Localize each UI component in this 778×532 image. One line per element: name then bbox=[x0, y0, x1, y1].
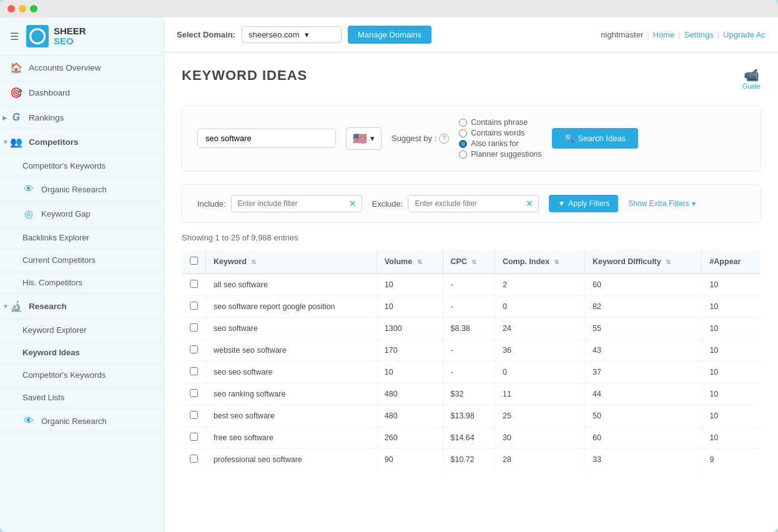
row-checkbox-cell[interactable] bbox=[182, 449, 206, 471]
row-checkbox-cell[interactable] bbox=[182, 383, 206, 405]
exclude-clear-icon[interactable]: ✕ bbox=[521, 196, 538, 211]
row-checkbox-cell[interactable] bbox=[182, 362, 206, 383]
guide-button[interactable]: 📹 Guide bbox=[742, 67, 761, 90]
appear-col-header[interactable]: #Appear bbox=[702, 250, 761, 274]
include-filter-group: Include: ✕ bbox=[197, 195, 362, 212]
radio-also-ranks-for[interactable]: Also ranks for bbox=[459, 139, 541, 148]
row-checkbox[interactable] bbox=[190, 411, 198, 419]
manage-domains-button[interactable]: Manage Domains bbox=[348, 26, 431, 44]
sidebar-item-keyword-ideas[interactable]: Keyword Ideas bbox=[0, 342, 164, 364]
sidebar-item-keyword-explorer[interactable]: Keyword Explorer bbox=[0, 319, 164, 342]
volume-cell: 10 bbox=[377, 296, 443, 318]
radio-contains-words[interactable]: Contains words bbox=[459, 129, 541, 137]
sidebar-item-competitors-keywords[interactable]: Competitor's Keywords bbox=[0, 155, 164, 177]
kw-diff-cell: 55 bbox=[585, 318, 702, 340]
apply-filters-button[interactable]: ▼ Apply Filters bbox=[549, 195, 618, 212]
domain-label: Select Domain: bbox=[177, 30, 235, 39]
select-all-checkbox[interactable] bbox=[190, 257, 198, 265]
include-clear-icon[interactable]: ✕ bbox=[344, 196, 362, 211]
row-checkbox[interactable] bbox=[190, 367, 198, 375]
domain-value: sheerseo.com bbox=[249, 30, 300, 39]
row-checkbox-cell[interactable] bbox=[182, 405, 206, 427]
cpc-cell: - bbox=[443, 273, 495, 296]
google-icon: G bbox=[10, 112, 22, 123]
home-link[interactable]: Home bbox=[653, 30, 675, 39]
sidebar-item-his-competitors[interactable]: His. Competitors bbox=[0, 272, 164, 294]
sidebar-item-accounts-overview[interactable]: 🏠 Accounts Overview bbox=[0, 56, 164, 81]
comp-index-cell: 36 bbox=[495, 340, 584, 362]
cpc-cell: $32 bbox=[443, 383, 495, 405]
comp-index-col-header[interactable]: Comp. Index ⇅ bbox=[495, 250, 584, 274]
sidebar-item-keyword-gap[interactable]: ◎ Keyword Gap bbox=[0, 202, 164, 227]
row-checkbox-cell[interactable] bbox=[182, 318, 206, 340]
sidebar-item-research[interactable]: ▼ 🔬 Research bbox=[0, 294, 164, 319]
sidebar-item-label: Rankings bbox=[29, 113, 64, 122]
sidebar-item-label: Competitor's Keywords bbox=[22, 161, 106, 170]
radio-label: Contains phrase bbox=[471, 118, 528, 127]
close-button[interactable] bbox=[7, 5, 15, 12]
kw-diff-cell: 43 bbox=[585, 340, 702, 362]
sort-icon: ⇅ bbox=[471, 259, 476, 265]
minimize-button[interactable] bbox=[19, 5, 26, 12]
radio-label: Planner suggestions bbox=[471, 150, 541, 159]
comp-index-cell: 28 bbox=[495, 449, 584, 471]
search-input[interactable] bbox=[198, 129, 335, 147]
row-checkbox-cell[interactable] bbox=[182, 273, 206, 296]
sort-icon: ⇅ bbox=[554, 259, 559, 265]
comp-index-cell: 24 bbox=[495, 318, 584, 340]
sidebar-item-competitors[interactable]: ▼ 👥 Competitors bbox=[0, 130, 164, 155]
exclude-filter-input[interactable] bbox=[408, 195, 521, 212]
page-title: KEYWORD IDEAS bbox=[182, 67, 307, 84]
search-ideas-button[interactable]: 🔍 Search Ideas bbox=[552, 128, 639, 149]
keyword-cell: best seo software bbox=[206, 405, 377, 427]
row-checkbox[interactable] bbox=[190, 323, 198, 332]
row-checkbox[interactable] bbox=[190, 302, 198, 310]
settings-link[interactable]: Settings bbox=[684, 30, 714, 39]
radio-planner-suggestions[interactable]: Planner suggestions bbox=[459, 150, 541, 159]
sidebar-item-competitors-keywords-2[interactable]: Competitor's Keywords bbox=[0, 364, 164, 387]
row-checkbox[interactable] bbox=[190, 280, 198, 288]
hamburger-icon[interactable]: ☰ bbox=[10, 31, 19, 42]
chevron-down-icon: ▾ bbox=[692, 199, 696, 208]
upgrade-link[interactable]: Upgrade Ac bbox=[723, 30, 766, 39]
include-filter-input[interactable] bbox=[232, 195, 344, 212]
kw-difficulty-col-label: Keyword Difficulty bbox=[593, 257, 661, 266]
cpc-cell: $10.72 bbox=[443, 449, 495, 471]
row-checkbox[interactable] bbox=[190, 389, 198, 397]
keyword-col-label: Keyword bbox=[214, 257, 247, 266]
logo-text: SHEER SEO bbox=[54, 26, 86, 47]
row-checkbox[interactable] bbox=[190, 345, 198, 353]
keyword-col-header[interactable]: Keyword ⇅ bbox=[206, 250, 377, 274]
chevron-down-icon: ▾ bbox=[305, 30, 335, 39]
sidebar-item-saved-lists[interactable]: Saved Lists bbox=[0, 387, 164, 409]
row-checkbox-cell[interactable] bbox=[182, 427, 206, 449]
domain-dropdown[interactable]: sheerseo.com ▾ bbox=[242, 26, 342, 43]
row-checkbox-cell[interactable] bbox=[182, 340, 206, 362]
flag-select[interactable]: 🇺🇸 ▾ bbox=[346, 127, 382, 150]
show-extra-filters-button[interactable]: Show Extra Filters ▾ bbox=[628, 199, 695, 208]
table-row: website seo software 170 - 36 43 10 bbox=[182, 340, 761, 362]
kw-difficulty-col-header[interactable]: Keyword Difficulty ⇅ bbox=[585, 250, 702, 274]
radio-contains-phrase[interactable]: Contains phrase bbox=[459, 118, 541, 127]
sidebar-item-backlinks-explorer[interactable]: Backlinks Explorer bbox=[0, 227, 164, 249]
appear-cell: 10 bbox=[702, 340, 761, 362]
maximize-button[interactable] bbox=[30, 5, 37, 12]
row-checkbox[interactable] bbox=[190, 433, 198, 441]
select-all-header[interactable] bbox=[182, 250, 206, 274]
sidebar-item-current-competitors[interactable]: Current Competitors bbox=[0, 249, 164, 272]
cpc-col-header[interactable]: CPC ⇅ bbox=[443, 250, 495, 274]
logo-seo: SEO bbox=[54, 36, 86, 47]
sidebar-item-rankings[interactable]: ▶ G Rankings bbox=[0, 106, 164, 130]
topbar-right: nightmaster | Home | Settings | Upgrade … bbox=[601, 30, 766, 39]
sidebar-item-organic-research-2[interactable]: 👁 Organic Research bbox=[0, 409, 164, 433]
row-checkbox-cell[interactable] bbox=[182, 296, 206, 318]
row-checkbox[interactable] bbox=[190, 455, 198, 463]
sidebar-header: ☰ SHEER SEO bbox=[0, 17, 164, 56]
sidebar-item-label: Keyword Gap bbox=[41, 209, 91, 219]
appear-col-label: #Appear bbox=[709, 257, 741, 266]
volume-col-header[interactable]: Volume ⇅ bbox=[377, 250, 443, 274]
sidebar-item-dashboard[interactable]: 🎯 Dashboard bbox=[0, 81, 164, 106]
help-icon[interactable]: ? bbox=[439, 134, 449, 144]
sidebar-item-organic-research[interactable]: 👁 Organic Research bbox=[0, 177, 164, 202]
logo-sheer: SHEER bbox=[54, 26, 86, 37]
